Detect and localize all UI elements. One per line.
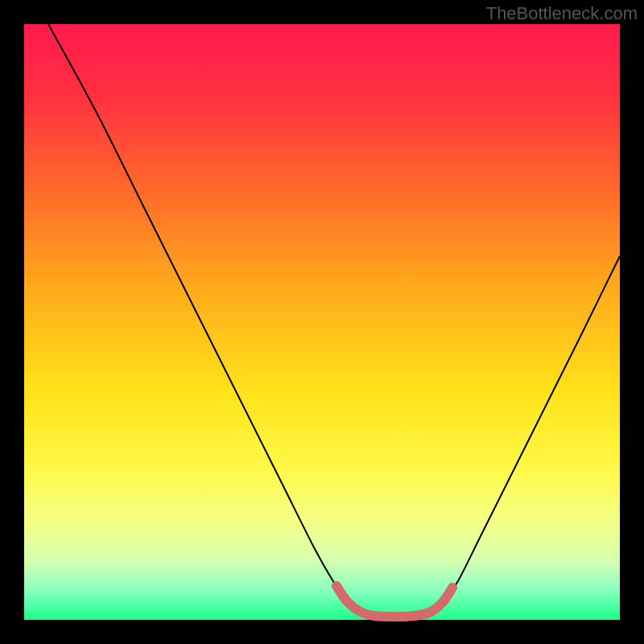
watermark-text: TheBottleneck.com xyxy=(486,3,638,24)
bottleneck-chart xyxy=(0,0,644,644)
chart-container: { "watermark": "TheBottleneck.com", "cha… xyxy=(0,0,644,644)
plot-background xyxy=(24,24,620,620)
